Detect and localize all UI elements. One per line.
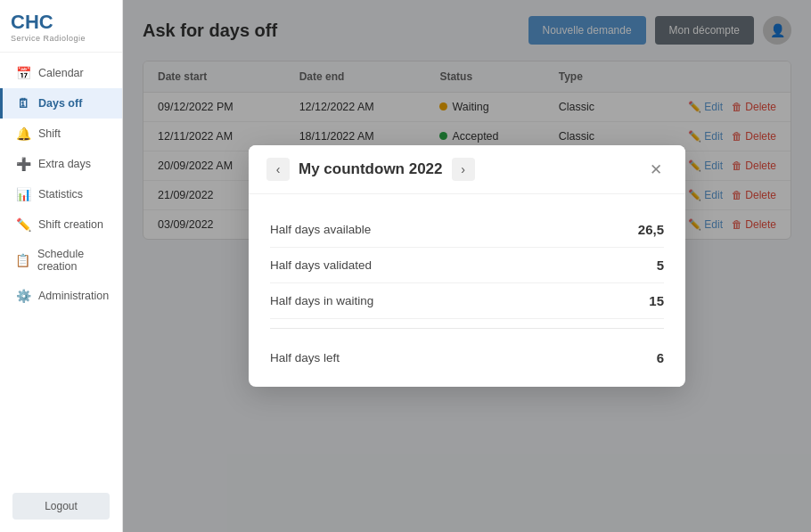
stats-value: 15 xyxy=(649,293,664,308)
stats-label: Half days in waiting xyxy=(270,294,373,307)
stats-label: Half days available xyxy=(270,223,371,236)
sidebar-footer: Logout xyxy=(0,480,122,532)
countdown-modal: ‹ My countdown 2022 › ✕ Half days availa… xyxy=(249,145,685,387)
sidebar-label-schedule-creation: Schedule creation xyxy=(37,248,110,273)
administration-icon: ⚙️ xyxy=(15,289,31,303)
modal-body: Half days available26,5Half days validat… xyxy=(249,194,685,387)
modal-navigation: ‹ My countdown 2022 › xyxy=(266,158,475,181)
modal-close-button[interactable]: ✕ xyxy=(644,158,668,181)
sidebar-item-shift[interactable]: 🔔 Shift xyxy=(0,119,122,149)
logout-button[interactable]: Logout xyxy=(12,493,110,520)
sidebar-label-shift-creation: Shift creation xyxy=(38,218,103,231)
sidebar-item-schedule-creation[interactable]: 📋 Schedule creation xyxy=(0,240,122,281)
modal-next-button[interactable]: › xyxy=(452,158,475,181)
shift-icon: 🔔 xyxy=(15,127,31,141)
sidebar-nav: 📅 Calendar 🗓 Days off 🔔 Shift ➕ Extra da… xyxy=(0,53,122,480)
modal-title: My countdown 2022 xyxy=(299,160,443,178)
stats-label: Half days validated xyxy=(270,258,372,272)
sidebar: CHC Service Radiologie 📅 Calendar 🗓 Days… xyxy=(0,0,123,532)
stats-value: 5 xyxy=(657,258,664,273)
stats-highlight-row: Half days left6 xyxy=(270,338,664,369)
stats-row: Half days validated5 xyxy=(270,248,664,283)
modal-prev-button[interactable]: ‹ xyxy=(266,158,290,181)
sidebar-label-shift: Shift xyxy=(38,127,61,140)
stats-highlight-label: Half days left xyxy=(270,351,340,364)
extra-days-icon: ➕ xyxy=(15,157,31,171)
sidebar-item-calendar[interactable]: 📅 Calendar xyxy=(0,58,122,88)
stats-row: Half days in waiting15 xyxy=(270,283,664,319)
modal-overlay: ‹ My countdown 2022 › ✕ Half days availa… xyxy=(123,0,811,532)
stats-value: 26,5 xyxy=(638,222,664,237)
sidebar-item-administration[interactable]: ⚙️ Administration xyxy=(0,281,122,311)
stats-highlight-value: 6 xyxy=(657,350,664,365)
modal-header: ‹ My countdown 2022 › ✕ xyxy=(249,145,685,194)
sidebar-label-administration: Administration xyxy=(38,290,109,302)
logo-area: CHC Service Radiologie xyxy=(0,0,122,53)
sidebar-label-statistics: Statistics xyxy=(38,188,83,201)
schedule-creation-icon: 📋 xyxy=(15,253,30,267)
days-off-icon: 🗓 xyxy=(15,96,31,110)
logo-text: CHC xyxy=(11,12,111,32)
logo-subtitle: Service Radiologie xyxy=(11,34,111,43)
stats-row: Half days available26,5 xyxy=(270,212,664,248)
sidebar-item-shift-creation[interactable]: ✏️ Shift creation xyxy=(0,209,122,240)
main-content: Ask for days off Nouvelle demande Mon dé… xyxy=(123,0,811,532)
sidebar-label-extra-days: Extra days xyxy=(38,158,91,170)
sidebar-item-statistics[interactable]: 📊 Statistics xyxy=(0,179,122,209)
shift-creation-icon: ✏️ xyxy=(15,217,31,232)
calendar-icon: 📅 xyxy=(15,66,31,80)
statistics-icon: 📊 xyxy=(15,187,31,201)
sidebar-item-extra-days[interactable]: ➕ Extra days xyxy=(0,149,122,179)
sidebar-label-days-off: Days off xyxy=(38,97,82,110)
sidebar-item-days-off[interactable]: 🗓 Days off xyxy=(0,88,122,119)
sidebar-label-calendar: Calendar xyxy=(38,67,84,79)
stats-divider xyxy=(270,328,664,329)
